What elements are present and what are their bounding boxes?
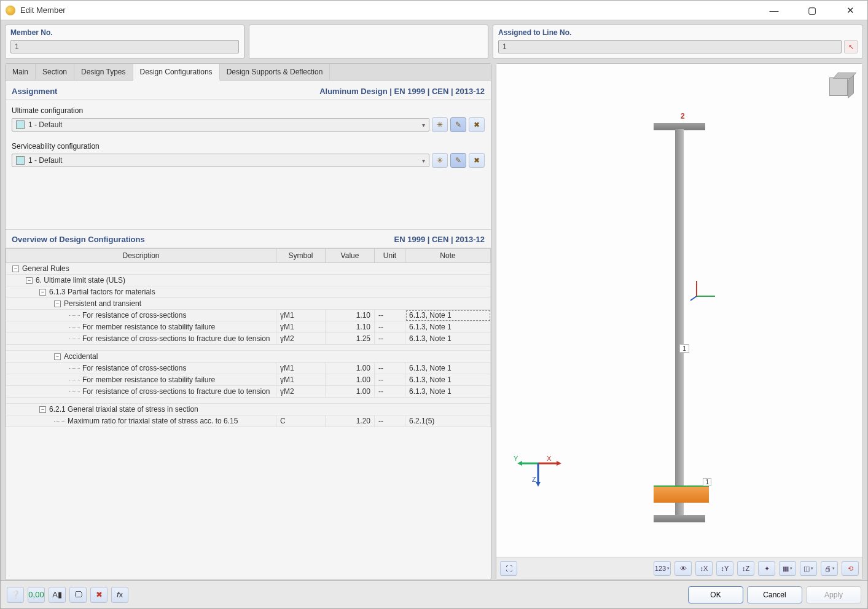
header-row: Member No. 1 Assigned to Line No. 1 ↖ xyxy=(1,20,867,63)
tab-main[interactable]: Main xyxy=(6,64,36,80)
chevron-down-icon: ▾ xyxy=(422,157,425,164)
table-row[interactable]: Maximum ratio for triaxial state of stre… xyxy=(6,415,491,427)
isometric-button[interactable]: ✦ xyxy=(758,561,775,576)
header-spacer-panel xyxy=(249,25,488,59)
left-pane: Main Section Design Types Design Configu… xyxy=(5,63,491,580)
tab-design-supports[interactable]: Design Supports & Deflection xyxy=(220,64,330,80)
apply-button: Apply xyxy=(806,586,861,603)
render-mode-button[interactable]: ▦▾ xyxy=(779,561,796,576)
view-z-button[interactable]: ↕Z xyxy=(737,561,754,576)
tree-toggle[interactable]: − xyxy=(54,301,61,307)
chevron-down-icon: ▾ xyxy=(422,122,425,128)
assignment-code: Aluminum Design | EN 1999 | CEN | 2013-1… xyxy=(319,87,485,96)
delete-config-button[interactable]: ✖ xyxy=(469,117,485,132)
member-no-panel: Member No. 1 xyxy=(5,25,244,59)
swatch-icon xyxy=(16,120,25,129)
app-icon xyxy=(6,6,15,15)
col-value[interactable]: Value xyxy=(326,249,375,263)
text-settings-button[interactable]: A▮ xyxy=(49,587,66,603)
col-note[interactable]: Note xyxy=(405,249,491,263)
numbering-button[interactable]: 123▾ xyxy=(654,561,671,576)
orientation-cube[interactable] xyxy=(824,70,854,100)
dialog-footer: ❔ 0,00 A▮ 🖵 ✖ fx OK Cancel Apply xyxy=(1,580,867,608)
assignment-title: Assignment xyxy=(12,87,57,96)
ultimate-config-label: Ultimate configuration xyxy=(12,106,485,115)
table-row[interactable]: For member resistance to stability failu… xyxy=(6,321,491,333)
assignment-header: Assignment Aluminum Design | EN 1999 | C… xyxy=(6,81,491,100)
new-config-button[interactable]: ✳ xyxy=(432,117,448,132)
ultimate-config-select[interactable]: 1 - Default ▾ xyxy=(12,118,429,132)
table-row[interactable]: For resistance of cross-sections to frac… xyxy=(6,386,491,398)
local-axes-icon xyxy=(690,281,721,313)
support-label: 1 xyxy=(703,478,711,486)
perspective-button[interactable]: ◫▾ xyxy=(800,561,817,576)
ok-button[interactable]: OK xyxy=(688,586,743,603)
titlebar: Edit Member — ▢ ✕ xyxy=(1,1,867,20)
tree-toggle[interactable]: − xyxy=(54,353,61,360)
overview-header: Overview of Design Configurations EN 199… xyxy=(6,229,491,248)
member-label: 1 xyxy=(679,344,689,353)
table-row[interactable]: For resistance of cross-sections γM1 1.0… xyxy=(6,363,491,374)
swatch-icon xyxy=(16,156,25,165)
member-no-field[interactable]: 1 xyxy=(10,40,239,53)
service-config-select[interactable]: 1 - Default ▾ xyxy=(12,154,429,167)
viewport-pane: 2 1 1 xyxy=(496,63,863,580)
new-service-config-button[interactable]: ✳ xyxy=(432,153,448,168)
viewport-toolbar: ⛶ 123▾ 👁 ↕X ↕Y ↕Z ✦ ▦▾ ◫▾ 🖨▾ ⟲ xyxy=(496,557,862,580)
overview-code: EN 1999 | CEN | 2013-12 xyxy=(394,235,485,244)
display-settings-button[interactable]: 🖵 xyxy=(69,587,87,603)
service-config-label: Serviceability configuration xyxy=(12,142,485,151)
tree-toggle[interactable]: − xyxy=(39,289,46,296)
assigned-line-label: Assigned to Line No. xyxy=(498,28,858,37)
reset-view-button[interactable]: ⟲ xyxy=(842,561,859,576)
minimize-button[interactable]: — xyxy=(762,2,786,19)
tree-toggle[interactable]: − xyxy=(39,406,46,413)
assigned-line-panel: Assigned to Line No. 1 ↖ xyxy=(493,25,863,59)
view-y-button[interactable]: ↕Y xyxy=(716,561,733,576)
pick-line-button[interactable]: ↖ xyxy=(844,40,858,53)
print-view-button[interactable]: 🖨▾ xyxy=(821,561,838,576)
tab-design-types[interactable]: Design Types xyxy=(74,64,133,80)
maximize-button[interactable]: ▢ xyxy=(800,2,824,19)
table-row[interactable]: For resistance of cross-sections to frac… xyxy=(6,333,491,345)
close-button[interactable]: ✕ xyxy=(838,2,862,19)
cancel-button[interactable]: Cancel xyxy=(747,586,802,603)
tree-toggle[interactable]: − xyxy=(12,265,19,272)
member-no-label: Member No. xyxy=(10,28,239,37)
table-row[interactable]: For resistance of cross-sections γM1 1.1… xyxy=(6,310,491,321)
overview-title: Overview of Design Configurations xyxy=(12,235,145,244)
remove-pick-button[interactable]: ✖ xyxy=(90,587,108,603)
tree-toggle[interactable]: − xyxy=(26,277,33,284)
edit-service-config-button[interactable]: ✎ xyxy=(450,153,466,168)
show-loads-button[interactable]: 👁 xyxy=(674,561,692,576)
member-render: 2 1 xyxy=(654,123,705,522)
overview-grid: Description Symbol Value Unit Note −Gene… xyxy=(6,248,491,580)
units-button[interactable]: 0,00 xyxy=(28,587,45,603)
col-description[interactable]: Description xyxy=(6,249,276,263)
col-unit[interactable]: Unit xyxy=(375,249,405,263)
node-top-label: 2 xyxy=(681,112,685,120)
svg-marker-8 xyxy=(536,482,541,487)
tab-section[interactable]: Section xyxy=(36,64,74,80)
delete-service-config-button[interactable]: ✖ xyxy=(469,153,485,168)
global-axes-icon: X Y Z xyxy=(526,457,563,495)
zoom-fit-button[interactable]: ⛶ xyxy=(500,561,517,576)
table-row[interactable]: For member resistance to stability failu… xyxy=(6,374,491,386)
edit-config-button[interactable]: ✎ xyxy=(450,117,466,132)
col-symbol[interactable]: Symbol xyxy=(276,249,326,263)
window-title: Edit Member xyxy=(20,6,66,15)
support-render: 1 xyxy=(654,485,709,503)
tabs: Main Section Design Types Design Configu… xyxy=(6,64,491,81)
tab-design-configurations[interactable]: Design Configurations xyxy=(133,64,220,81)
assigned-line-field[interactable]: 1 xyxy=(498,40,842,53)
view-x-button[interactable]: ↕X xyxy=(695,561,713,576)
function-button[interactable]: fx xyxy=(111,587,128,603)
svg-line-2 xyxy=(690,296,697,303)
help-button[interactable]: ❔ xyxy=(7,587,24,603)
viewport-3d[interactable]: 2 1 1 xyxy=(496,64,862,557)
svg-marker-4 xyxy=(557,461,561,466)
